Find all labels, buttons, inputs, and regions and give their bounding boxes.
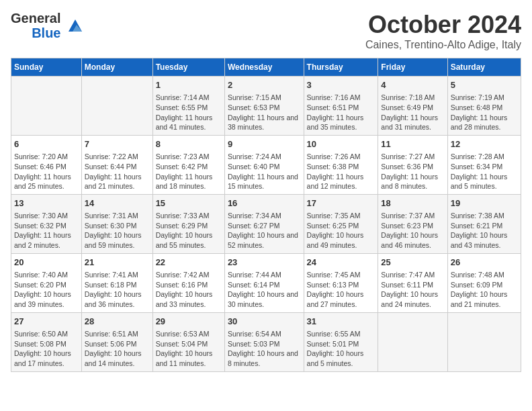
day-number: 24	[307, 257, 375, 269]
cell-content: Sunrise: 6:53 AM Sunset: 5:04 PM Dayligh…	[156, 329, 222, 369]
calendar-week-row: 27Sunrise: 6:50 AM Sunset: 5:08 PM Dayli…	[11, 312, 521, 371]
calendar-body: 1Sunrise: 7:14 AM Sunset: 6:55 PM Daylig…	[11, 77, 521, 372]
cell-content: Sunrise: 6:51 AM Sunset: 5:06 PM Dayligh…	[85, 329, 150, 369]
day-number: 19	[451, 197, 518, 210]
day-number: 14	[85, 197, 150, 210]
calendar-cell: 26Sunrise: 7:48 AM Sunset: 6:09 PM Dayli…	[447, 253, 521, 312]
calendar-cell: 6Sunrise: 7:20 AM Sunset: 6:46 PM Daylig…	[11, 135, 82, 194]
day-number: 12	[451, 138, 518, 150]
day-of-week-header: Monday	[81, 58, 152, 77]
calendar-cell: 22Sunrise: 7:42 AM Sunset: 6:16 PM Dayli…	[152, 253, 224, 312]
calendar-cell: 28Sunrise: 6:51 AM Sunset: 5:06 PM Dayli…	[81, 312, 152, 371]
day-number: 29	[156, 316, 222, 328]
day-number: 8	[156, 138, 222, 150]
day-number: 23	[228, 257, 301, 269]
day-number: 22	[156, 257, 222, 269]
day-of-week-header: Sunday	[11, 58, 82, 77]
month-title: October 2024	[365, 11, 521, 39]
calendar-cell: 20Sunrise: 7:40 AM Sunset: 6:20 PM Dayli…	[11, 253, 82, 312]
day-of-week-header: Tuesday	[152, 58, 224, 77]
cell-content: Sunrise: 7:38 AM Sunset: 6:21 PM Dayligh…	[451, 211, 518, 250]
cell-content: Sunrise: 6:55 AM Sunset: 5:01 PM Dayligh…	[307, 329, 375, 369]
logo-blue: Blue	[32, 26, 60, 40]
title-block: October 2024 Caines, Trentino-Alto Adige…	[365, 11, 521, 51]
cell-content: Sunrise: 7:24 AM Sunset: 6:40 PM Dayligh…	[228, 152, 301, 191]
cell-content: Sunrise: 7:35 AM Sunset: 6:25 PM Dayligh…	[307, 211, 375, 250]
day-of-week-header: Thursday	[304, 58, 378, 77]
day-number: 16	[228, 197, 301, 210]
day-of-week-header: Wednesday	[224, 58, 304, 77]
calendar-cell: 7Sunrise: 7:22 AM Sunset: 6:44 PM Daylig…	[81, 135, 152, 194]
day-of-week-header: Friday	[378, 58, 447, 77]
cell-content: Sunrise: 7:28 AM Sunset: 6:34 PM Dayligh…	[451, 152, 518, 191]
page-header: General Blue October 2024 Caines, Trenti…	[11, 11, 521, 51]
cell-content: Sunrise: 7:37 AM Sunset: 6:23 PM Dayligh…	[381, 211, 444, 250]
cell-content: Sunrise: 7:18 AM Sunset: 6:49 PM Dayligh…	[381, 93, 444, 132]
day-number: 13	[14, 197, 79, 210]
cell-content: Sunrise: 7:30 AM Sunset: 6:32 PM Dayligh…	[14, 211, 79, 250]
cell-content: Sunrise: 7:45 AM Sunset: 6:13 PM Dayligh…	[307, 270, 375, 310]
cell-content: Sunrise: 7:14 AM Sunset: 6:55 PM Dayligh…	[156, 93, 222, 132]
calendar-cell	[447, 312, 521, 371]
logo: General Blue	[11, 11, 85, 40]
calendar-cell	[11, 77, 82, 136]
calendar-cell	[81, 77, 152, 136]
day-of-week-header: Saturday	[447, 58, 521, 77]
cell-content: Sunrise: 7:47 AM Sunset: 6:11 PM Dayligh…	[381, 270, 444, 310]
day-number: 4	[381, 79, 444, 91]
cell-content: Sunrise: 7:20 AM Sunset: 6:46 PM Dayligh…	[14, 152, 79, 191]
day-number: 18	[381, 197, 444, 210]
calendar-cell: 27Sunrise: 6:50 AM Sunset: 5:08 PM Dayli…	[11, 312, 82, 371]
calendar-cell: 31Sunrise: 6:55 AM Sunset: 5:01 PM Dayli…	[304, 312, 378, 371]
calendar-cell	[378, 312, 447, 371]
cell-content: Sunrise: 7:33 AM Sunset: 6:29 PM Dayligh…	[156, 211, 222, 250]
day-number: 6	[14, 138, 79, 150]
cell-content: Sunrise: 7:16 AM Sunset: 6:51 PM Dayligh…	[307, 93, 375, 132]
calendar-week-row: 6Sunrise: 7:20 AM Sunset: 6:46 PM Daylig…	[11, 135, 521, 194]
calendar-table: SundayMondayTuesdayWednesdayThursdayFrid…	[11, 58, 521, 372]
cell-content: Sunrise: 7:26 AM Sunset: 6:38 PM Dayligh…	[307, 152, 375, 191]
calendar-cell: 15Sunrise: 7:33 AM Sunset: 6:29 PM Dayli…	[152, 194, 224, 253]
calendar-cell: 3Sunrise: 7:16 AM Sunset: 6:51 PM Daylig…	[304, 77, 378, 136]
calendar-cell: 4Sunrise: 7:18 AM Sunset: 6:49 PM Daylig…	[378, 77, 447, 136]
cell-content: Sunrise: 7:19 AM Sunset: 6:48 PM Dayligh…	[451, 93, 518, 132]
day-number: 25	[381, 257, 444, 269]
day-number: 15	[156, 197, 222, 210]
day-number: 3	[307, 79, 375, 91]
cell-content: Sunrise: 7:15 AM Sunset: 6:53 PM Dayligh…	[228, 93, 301, 132]
logo-icon	[63, 17, 85, 34]
calendar-cell: 14Sunrise: 7:31 AM Sunset: 6:30 PM Dayli…	[81, 194, 152, 253]
cell-content: Sunrise: 7:44 AM Sunset: 6:14 PM Dayligh…	[228, 270, 301, 310]
calendar-cell: 25Sunrise: 7:47 AM Sunset: 6:11 PM Dayli…	[378, 253, 447, 312]
cell-content: Sunrise: 7:42 AM Sunset: 6:16 PM Dayligh…	[156, 270, 222, 310]
calendar-cell: 29Sunrise: 6:53 AM Sunset: 5:04 PM Dayli…	[152, 312, 224, 371]
day-number: 9	[228, 138, 301, 150]
day-number: 28	[85, 316, 150, 328]
calendar-week-row: 1Sunrise: 7:14 AM Sunset: 6:55 PM Daylig…	[11, 77, 521, 136]
day-number: 10	[307, 138, 375, 150]
cell-content: Sunrise: 7:40 AM Sunset: 6:20 PM Dayligh…	[14, 270, 79, 310]
calendar-cell: 17Sunrise: 7:35 AM Sunset: 6:25 PM Dayli…	[304, 194, 378, 253]
location-title: Caines, Trentino-Alto Adige, Italy	[365, 39, 521, 51]
cell-content: Sunrise: 7:34 AM Sunset: 6:27 PM Dayligh…	[228, 211, 301, 250]
day-number: 5	[451, 79, 518, 91]
calendar-cell: 11Sunrise: 7:27 AM Sunset: 6:36 PM Dayli…	[378, 135, 447, 194]
calendar-header-row: SundayMondayTuesdayWednesdayThursdayFrid…	[11, 58, 521, 77]
calendar-cell: 10Sunrise: 7:26 AM Sunset: 6:38 PM Dayli…	[304, 135, 378, 194]
day-number: 27	[14, 316, 79, 328]
calendar-cell: 8Sunrise: 7:23 AM Sunset: 6:42 PM Daylig…	[152, 135, 224, 194]
cell-content: Sunrise: 7:31 AM Sunset: 6:30 PM Dayligh…	[85, 211, 150, 250]
calendar-cell: 19Sunrise: 7:38 AM Sunset: 6:21 PM Dayli…	[447, 194, 521, 253]
cell-content: Sunrise: 7:41 AM Sunset: 6:18 PM Dayligh…	[85, 270, 150, 310]
calendar-week-row: 20Sunrise: 7:40 AM Sunset: 6:20 PM Dayli…	[11, 253, 521, 312]
calendar-cell: 1Sunrise: 7:14 AM Sunset: 6:55 PM Daylig…	[152, 77, 224, 136]
day-number: 7	[85, 138, 150, 150]
calendar-cell: 5Sunrise: 7:19 AM Sunset: 6:48 PM Daylig…	[447, 77, 521, 136]
day-number: 30	[228, 316, 301, 328]
day-number: 21	[85, 257, 150, 269]
cell-content: Sunrise: 7:23 AM Sunset: 6:42 PM Dayligh…	[156, 152, 222, 191]
day-number: 2	[228, 79, 301, 91]
cell-content: Sunrise: 7:22 AM Sunset: 6:44 PM Dayligh…	[85, 152, 150, 191]
cell-content: Sunrise: 7:48 AM Sunset: 6:09 PM Dayligh…	[451, 270, 518, 310]
cell-content: Sunrise: 6:54 AM Sunset: 5:03 PM Dayligh…	[228, 329, 301, 369]
